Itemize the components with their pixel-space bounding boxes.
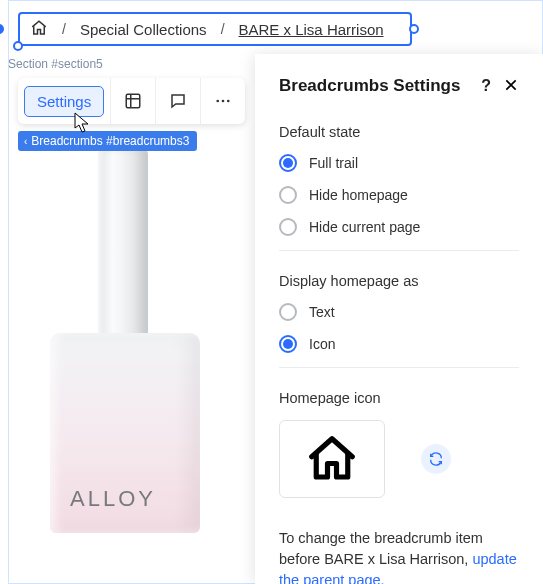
radio-indicator: [279, 335, 297, 353]
breadcrumb-separator: /: [221, 21, 225, 37]
settings-panel: Breadcrumbs Settings ? Default state Ful…: [255, 54, 543, 584]
selection-handle[interactable]: [13, 41, 23, 51]
product-image: ALLOY: [18, 148, 278, 578]
element-tag-label: Breadcrumbs #breadcrumbs3: [31, 134, 189, 148]
homepage-icon-preview[interactable]: [279, 420, 385, 498]
radio-icon[interactable]: Icon: [279, 335, 519, 353]
radio-hide-current[interactable]: Hide current page: [279, 218, 519, 236]
radio-text[interactable]: Text: [279, 303, 519, 321]
chevron-left-icon: ‹: [24, 136, 27, 147]
refresh-icon: [428, 451, 444, 467]
breadcrumb-item[interactable]: Special Collections: [80, 21, 207, 38]
homepage-icon-label: Homepage icon: [279, 390, 519, 406]
breadcrumb-separator: /: [62, 21, 66, 37]
selection-handle[interactable]: [409, 24, 419, 34]
radio-indicator: [279, 303, 297, 321]
section-label: Section #section5: [8, 57, 103, 71]
product-brand: ALLOY: [70, 486, 156, 512]
display-homepage-label: Display homepage as: [279, 273, 519, 289]
radio-indicator: [279, 154, 297, 172]
helper-text: To change the breadcrumb item before BAR…: [279, 528, 519, 584]
radio-indicator: [279, 186, 297, 204]
close-icon: [503, 77, 519, 93]
help-button[interactable]: ?: [481, 77, 491, 95]
close-button[interactable]: [503, 77, 519, 96]
radio-label: Icon: [309, 336, 335, 352]
divider: [279, 250, 519, 251]
divider: [279, 367, 519, 368]
radio-label: Hide homepage: [309, 187, 408, 203]
house-icon: [303, 432, 361, 486]
radio-hide-homepage[interactable]: Hide homepage: [279, 186, 519, 204]
selection-handle[interactable]: [0, 24, 4, 34]
element-tag[interactable]: ‹ Breadcrumbs #breadcrumbs3: [18, 131, 197, 151]
breadcrumb-current[interactable]: BARE x Lisa Harrison: [239, 21, 384, 38]
radio-label: Hide current page: [309, 219, 420, 235]
default-state-label: Default state: [279, 124, 519, 140]
panel-title: Breadcrumbs Settings: [279, 76, 460, 96]
refresh-icon-button[interactable]: [421, 444, 451, 474]
radio-full-trail[interactable]: Full trail: [279, 154, 519, 172]
breadcrumbs-element[interactable]: / Special Collections / BARE x Lisa Harr…: [18, 12, 412, 46]
radio-label: Text: [309, 304, 335, 320]
radio-indicator: [279, 218, 297, 236]
radio-label: Full trail: [309, 155, 358, 171]
home-icon[interactable]: [30, 19, 48, 40]
